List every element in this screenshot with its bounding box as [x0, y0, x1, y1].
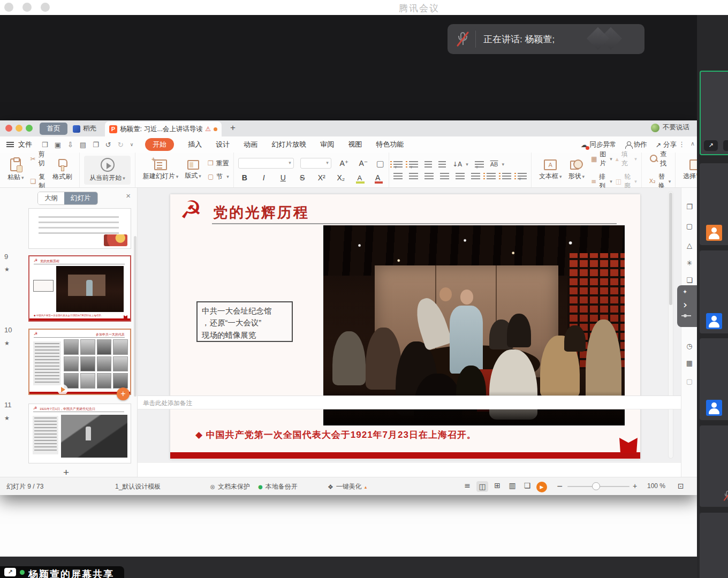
video-tile-participant[interactable]: [700, 338, 728, 420]
image-pane-icon[interactable]: ▦: [681, 359, 697, 367]
list-spacing-3-icon[interactable]: [518, 173, 527, 179]
bold-button[interactable]: B: [238, 173, 251, 182]
menu-file[interactable]: 文件: [18, 140, 32, 149]
slide-canvas[interactable]: ☭ 党的光辉历程: [170, 194, 640, 459]
menu-tab-view[interactable]: 视图: [348, 140, 362, 149]
print-icon[interactable]: ▤: [80, 141, 86, 149]
tab-docer[interactable]: 稻壳: [73, 123, 96, 135]
quickbar-collapse-icon[interactable]: ∨: [130, 142, 134, 147]
shapes-button[interactable]: 形状: [565, 159, 588, 181]
history-icon[interactable]: ◷: [681, 342, 697, 350]
undo-icon[interactable]: ↺: [105, 141, 111, 149]
reading-view-icon[interactable]: ▥: [506, 481, 518, 490]
distribute-icon[interactable]: [456, 173, 465, 179]
wps-close-button[interactable]: [5, 125, 12, 132]
layout-button[interactable]: 版式: [181, 160, 204, 180]
more-options-icon[interactable]: ⋮: [678, 140, 685, 148]
increase-font-button[interactable]: A⁺: [338, 159, 351, 168]
collaborate-button[interactable]: 协作: [625, 140, 647, 149]
editor-scrollbar[interactable]: [668, 191, 673, 459]
section-button[interactable]: ▢节: [208, 172, 229, 181]
wps-minimize-button[interactable]: [16, 125, 22, 132]
align-center-icon[interactable]: [409, 173, 418, 179]
fill-button[interactable]: ▴填充: [616, 150, 637, 168]
font-name-select[interactable]: [238, 158, 294, 169]
bullet-list-icon[interactable]: [393, 161, 403, 168]
video-tile-participant[interactable]: [700, 250, 728, 333]
menu-tab-slideshow[interactable]: 幻灯片放映: [271, 140, 306, 149]
textbox-button[interactable]: A 文本框: [536, 159, 565, 181]
menu-tab-review[interactable]: 审阅: [320, 140, 334, 149]
align-left-icon[interactable]: [393, 173, 403, 179]
notes-bar[interactable]: 单击此处添加备注: [138, 396, 681, 409]
layers-icon[interactable]: ❏: [681, 276, 697, 284]
menu-tab-animation[interactable]: 动画: [244, 140, 257, 149]
tab-home[interactable]: 首页: [40, 123, 67, 135]
mac-zoom-button[interactable]: [41, 3, 50, 12]
numbered-list-icon[interactable]: [409, 161, 418, 168]
redo-icon[interactable]: ↻: [118, 141, 124, 149]
account-button[interactable]: 不要说话: [651, 123, 689, 132]
highlight-color-button[interactable]: A: [354, 174, 366, 182]
decrease-indent-icon[interactable]: [424, 161, 432, 168]
slide-title[interactable]: 党的光辉历程: [213, 203, 309, 222]
superscript-button[interactable]: X²: [315, 173, 328, 182]
decrease-font-button[interactable]: A⁻: [357, 159, 370, 168]
italic-button[interactable]: I: [257, 173, 270, 182]
list-spacing-2-icon[interactable]: [502, 173, 511, 179]
paste-button[interactable]: 粘贴: [4, 158, 27, 182]
cut-button[interactable]: ✂剪切: [31, 150, 46, 168]
increase-indent-icon[interactable]: [438, 161, 446, 168]
template-name[interactable]: 1_默认设计模板: [115, 482, 161, 491]
resource-box-icon[interactable]: ▢: [681, 377, 697, 385]
wps-fullscreen-button[interactable]: [26, 125, 33, 132]
find-button[interactable]: 查找: [649, 150, 671, 168]
slide-thumbnail-9-selected[interactable]: ☭ 党的光辉历程 ◆ 中国共产党第一次全国代表大会于1921年7月23日在上海召…: [28, 255, 131, 322]
smart-beautify-flyout[interactable]: ✦ ›: [677, 285, 697, 327]
strikethrough-button[interactable]: S: [296, 173, 309, 182]
print-preview-icon[interactable]: ❐: [93, 141, 99, 149]
list-spacing-1-icon[interactable]: [487, 173, 496, 179]
video-tile-participant[interactable]: [700, 513, 728, 578]
slide-thumbnail-8-partial[interactable]: [28, 208, 131, 249]
picture-button[interactable]: ▦图片: [591, 150, 612, 168]
shapes-pane-icon[interactable]: ▢: [681, 222, 697, 230]
line-spacing-icon[interactable]: [475, 161, 484, 168]
video-tile-screenshare[interactable]: ↗: [700, 71, 728, 155]
one-click-beautify-button[interactable]: ❖ 一键美化 ▴: [328, 482, 367, 491]
video-tile-participant[interactable]: [700, 425, 728, 507]
handout-view-icon[interactable]: ❏: [521, 481, 533, 490]
local-backup-status[interactable]: ● 本地备份开: [258, 482, 298, 491]
clear-format-icon[interactable]: ▢: [376, 158, 384, 169]
design-tools-icon[interactable]: △: [681, 241, 697, 249]
font-color-button[interactable]: A: [372, 173, 384, 182]
character-spacing-icon[interactable]: AB: [490, 161, 504, 168]
tab-document-active[interactable]: P 杨颖萱: 习近...会上讲话导读 ⚠: [105, 121, 222, 136]
notes-toggle-icon[interactable]: ≡: [461, 481, 473, 490]
format-painter-button[interactable]: 格式刷: [49, 159, 75, 181]
share-button[interactable]: ↗ 分享: [656, 140, 677, 149]
save-icon[interactable]: ▣: [55, 141, 61, 149]
tab-outline[interactable]: 大纲: [38, 192, 64, 204]
menu-tab-insert[interactable]: 插入: [188, 140, 202, 149]
panel-scrollbar[interactable]: [134, 236, 136, 397]
slide-bullet-text[interactable]: ◆ 中国共产党第一次全国代表大会于1921年7月23日在上海召开。: [195, 429, 476, 441]
zoom-level[interactable]: 100 %: [647, 482, 665, 490]
reset-button[interactable]: ❐重置: [208, 159, 229, 168]
editor-scrollbar-thumb[interactable]: [669, 193, 672, 305]
columns-icon[interactable]: [471, 173, 480, 179]
sync-status-button[interactable]: ☁ 同步异常: [581, 140, 617, 149]
menu-tab-design[interactable]: 设计: [216, 140, 230, 149]
thumb10-play-icon[interactable]: [57, 384, 68, 395]
properties-icon[interactable]: ❐: [681, 203, 697, 211]
align-right-icon[interactable]: [424, 173, 434, 179]
text-direction-icon[interactable]: ↓A: [452, 161, 468, 168]
effects-icon[interactable]: ✳: [681, 259, 697, 267]
slide-thumbnail-10[interactable]: ☭ 参加中共一大的代表: [28, 329, 131, 395]
mac-minimize-button[interactable]: [22, 3, 32, 12]
insert-slide-between-button[interactable]: +: [117, 387, 130, 400]
new-tab-button[interactable]: +: [230, 123, 236, 133]
zoom-slider-handle[interactable]: [592, 482, 600, 490]
slideshow-play-icon[interactable]: ▶: [536, 482, 547, 492]
mac-close-button[interactable]: [4, 3, 13, 12]
